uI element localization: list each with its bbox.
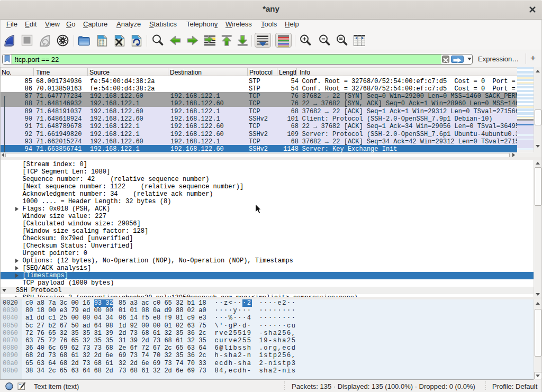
svg-text:0111: 0111 [98,43,104,46]
